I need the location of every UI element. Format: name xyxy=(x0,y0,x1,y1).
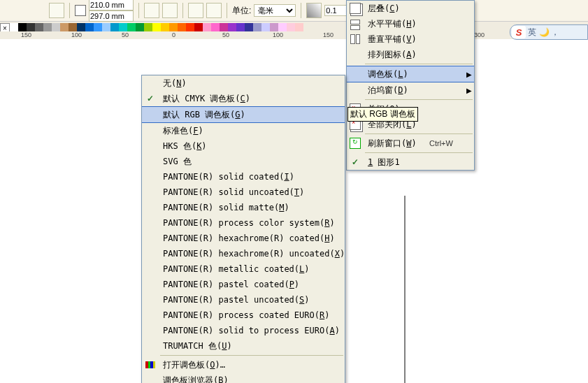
menu-item[interactable]: PANTONE(R) solid matte(M) xyxy=(142,200,345,215)
menu-gutter xyxy=(142,308,159,323)
color-swatch[interactable] xyxy=(18,23,27,31)
color-swatch[interactable] xyxy=(220,23,228,31)
height-input[interactable] xyxy=(89,10,134,22)
menu-item[interactable]: ↻刷新窗口(W)Ctrl+W xyxy=(347,136,474,151)
color-swatch[interactable] xyxy=(186,23,194,31)
color-swatch[interactable] xyxy=(102,23,110,31)
scrollbar-vertical[interactable] xyxy=(404,196,406,383)
toolbar: 单位: 毫米 xyxy=(0,0,588,22)
color-swatch[interactable] xyxy=(169,23,178,31)
color-swatch[interactable] xyxy=(245,23,253,31)
color-swatch[interactable] xyxy=(77,23,85,31)
color-swatch[interactable] xyxy=(270,23,278,31)
color-swatch[interactable] xyxy=(236,23,245,31)
orient-portrait-icon[interactable] xyxy=(144,3,159,18)
color-swatch[interactable] xyxy=(60,23,69,31)
nudge-icon[interactable] xyxy=(306,3,322,18)
menu-item-label: PANTONE(R) solid to process EURO(A) xyxy=(159,326,345,335)
color-swatch[interactable] xyxy=(178,23,186,31)
width-input[interactable] xyxy=(89,0,134,10)
menu-gutter xyxy=(347,47,364,62)
color-swatch[interactable] xyxy=(136,23,144,31)
menu-gutter xyxy=(142,75,159,91)
color-swatch[interactable] xyxy=(144,23,152,31)
menu-item-label: 垂直平铺(V) xyxy=(364,34,429,45)
menu-gutter xyxy=(142,246,159,261)
menu-item[interactable]: 打开调色板(O)… xyxy=(142,357,345,373)
menu-item[interactable]: 标准色(F) xyxy=(142,123,345,138)
ime-toolbar[interactable]: S 英 🌙 ， xyxy=(510,24,588,40)
menu-item[interactable]: 默认 RGB 调色板(G) xyxy=(142,106,345,123)
menu-item[interactable]: 无(N) xyxy=(142,75,345,91)
ime-lang-label: 英 xyxy=(528,27,536,38)
menu-item[interactable]: 排列图标(A) xyxy=(347,47,474,62)
color-swatch[interactable] xyxy=(152,23,161,31)
menu-gutter xyxy=(142,323,159,338)
menu-item[interactable]: SVG 色 xyxy=(142,154,345,169)
menu-item[interactable]: PANTONE(R) pastel uncoated(S) xyxy=(142,292,345,308)
color-swatch[interactable] xyxy=(295,23,303,31)
color-swatch[interactable] xyxy=(278,23,287,31)
tool-rect-icon[interactable] xyxy=(49,3,64,18)
ruler-tick: 150 xyxy=(323,31,334,38)
menu-item[interactable]: HKS 色(K) xyxy=(142,138,345,154)
color-swatch[interactable] xyxy=(261,23,270,31)
tooltip: 默认 RGB 调色板 xyxy=(347,107,418,122)
color-swatch[interactable] xyxy=(228,23,236,31)
menu-gutter xyxy=(142,107,159,122)
menu-item[interactable]: PANTONE(R) solid to process EURO(A) xyxy=(142,323,345,338)
color-swatch[interactable] xyxy=(52,23,60,31)
menu-item[interactable]: PANTONE(R) hexachrome(R) uncoated(X) xyxy=(142,246,345,261)
color-swatch[interactable] xyxy=(253,23,261,31)
color-swatch[interactable] xyxy=(119,23,127,31)
menu-item-label: 排列图标(A) xyxy=(364,49,429,61)
menu-item-label: 默认 CMYK 调色板(C) xyxy=(159,93,345,105)
menu-item[interactable]: PANTONE(R) solid uncoated(T) xyxy=(142,185,345,200)
color-swatch[interactable] xyxy=(194,23,203,31)
menu-gutter xyxy=(142,231,159,246)
menu-item[interactable]: ✓1 图形1 xyxy=(347,154,474,170)
menu-item[interactable]: 水平平铺(H) xyxy=(347,16,474,31)
menu-item[interactable]: PANTONE(R) hexachrome(R) coated(H) xyxy=(142,231,345,246)
menu-item[interactable]: ✓默认 CMYK 调色板(C) xyxy=(142,91,345,106)
menu-item[interactable]: 调色板浏览器(B) xyxy=(142,373,345,383)
menu-gutter xyxy=(347,82,364,98)
page-facing-icon[interactable] xyxy=(206,3,222,18)
menu-item-label: PANTONE(R) solid matte(M) xyxy=(159,203,345,212)
menu-item[interactable]: PANTONE(R) pastel coated(P) xyxy=(142,277,345,292)
separator xyxy=(69,3,70,18)
color-swatch[interactable] xyxy=(43,23,52,31)
nudge-input[interactable] xyxy=(324,5,347,16)
unit-select[interactable]: 毫米 xyxy=(254,4,296,17)
color-swatch[interactable] xyxy=(203,23,211,31)
menu-item[interactable]: 垂直平铺(V) xyxy=(347,31,474,47)
color-swatch[interactable] xyxy=(110,23,119,31)
menu-item[interactable]: TRUMATCH 色(U) xyxy=(142,338,345,354)
menu-item-label: 默认 RGB 调色板(G) xyxy=(159,109,345,121)
color-swatch[interactable] xyxy=(161,23,169,31)
menu-gutter xyxy=(142,292,159,308)
menu-item[interactable]: PANTONE(R) process coated EURO(R) xyxy=(142,308,345,323)
menu-item-label: 水平平铺(H) xyxy=(364,18,429,30)
menu-item[interactable]: 层叠(C) xyxy=(347,1,474,16)
menu-item-label: 1 图形1 xyxy=(364,157,429,168)
orient-landscape-icon[interactable] xyxy=(162,3,178,18)
color-swatch[interactable] xyxy=(35,23,43,31)
menu-item[interactable]: 调色板(L)▶ xyxy=(347,66,474,82)
color-swatch[interactable] xyxy=(27,23,35,31)
color-swatch[interactable] xyxy=(85,23,94,31)
menu-item-label: PANTONE(R) process coated EURO(R) xyxy=(159,310,345,320)
menu-item[interactable]: PANTONE(R) metallic coated(L) xyxy=(142,261,345,277)
color-swatch[interactable] xyxy=(127,23,136,31)
menu-item[interactable]: PANTONE(R) solid coated(I) xyxy=(142,169,345,185)
page-single-icon[interactable] xyxy=(188,3,203,18)
color-swatch[interactable] xyxy=(94,23,102,31)
color-swatch[interactable] xyxy=(287,23,295,31)
menu-item[interactable]: PANTONE(R) process color system(R) xyxy=(142,215,345,231)
color-swatch[interactable] xyxy=(10,23,18,31)
color-palette[interactable]: × xyxy=(0,23,588,31)
color-swatch[interactable] xyxy=(211,23,220,31)
menu-item[interactable]: 泊坞窗(D)▶ xyxy=(347,82,474,98)
color-swatch[interactable] xyxy=(69,23,77,31)
menu-item-label: 无(N) xyxy=(159,78,345,89)
